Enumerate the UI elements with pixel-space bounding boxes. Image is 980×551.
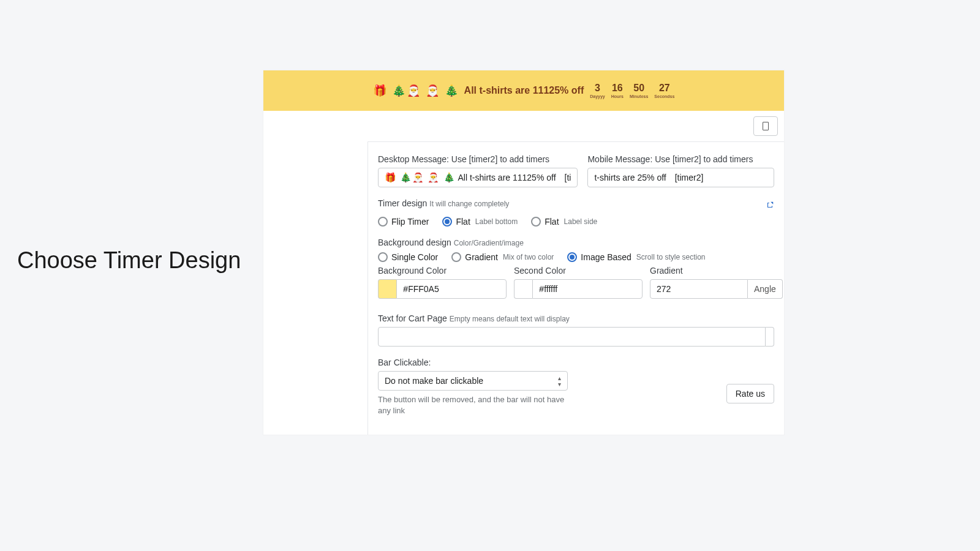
radio-flat-label-bottom[interactable]: Flat Label bottom: [442, 217, 518, 227]
desktop-emoji-icons: 🎁 🎄🎅 🎅 🎄: [385, 172, 456, 183]
app-window: 🎁 🎄🎅 🎅 🎄 All t-shirts are 11125% off 3 D…: [263, 70, 784, 435]
cart-text-label: Text for Cart Page Empty means default t…: [378, 313, 774, 323]
desktop-message-label: Desktop Message: Use [timer2] to add tim…: [378, 154, 578, 164]
preview-banner: 🎁 🎄🎅 🎅 🎄 All t-shirts are 11125% off 3 D…: [263, 70, 784, 111]
countdown-hours: 16 Hours: [611, 83, 624, 99]
mobile-preview-button[interactable]: [753, 116, 778, 136]
background-color-swatch[interactable]: [378, 279, 396, 299]
bar-clickable-select[interactable]: Do not make bar clickable: [378, 371, 568, 391]
background-design-label: Background design Color/Gradient/image: [378, 238, 774, 247]
radio-flat-label-side[interactable]: Flat Label side: [531, 217, 597, 227]
radio-single-color[interactable]: Single Color: [378, 252, 438, 262]
bar-clickable-help: The button will be removed, and the bar …: [378, 394, 568, 416]
cart-text-input[interactable]: [378, 327, 766, 347]
radio-flip-timer[interactable]: Flip Timer: [378, 217, 429, 227]
countdown-minutes: 50 Minutess: [630, 83, 648, 99]
mobile-message-label: Mobile Message: Use [timer2] to add time…: [587, 154, 774, 164]
radio-image-based[interactable]: Image Based Scroll to style section: [567, 252, 705, 262]
background-color-label: Background Color: [378, 266, 507, 276]
countdown-days: 3 Dayyyy: [590, 83, 605, 99]
external-link-icon[interactable]: [766, 201, 774, 209]
cart-text-addon[interactable]: [766, 327, 774, 347]
second-color-label: Second Color: [514, 266, 643, 276]
background-color-input[interactable]: #FFF0A5: [396, 279, 507, 299]
angle-unit-label: Angle: [748, 279, 783, 299]
bar-clickable-label: Bar Clickable:: [378, 358, 568, 367]
desktop-message-input[interactable]: 🎁 🎄🎅 🎅 🎄 All t-shirts are 11125% off [ti: [378, 168, 578, 187]
chevron-updown-icon: [558, 375, 561, 388]
gradient-angle-input[interactable]: 272: [650, 279, 748, 299]
preview-countdown: 3 Dayyyy 16 Hours 50 Minutess 27 Seconds…: [590, 83, 674, 99]
second-color-swatch[interactable]: [514, 279, 532, 299]
radio-gradient[interactable]: Gradient Mix of two color: [451, 252, 554, 262]
rate-us-button[interactable]: Rate us: [726, 384, 774, 403]
countdown-seconds: 27 Secondss: [654, 83, 674, 99]
preview-emoji-icons: 🎁 🎄🎅 🎅 🎄: [373, 84, 459, 97]
gradient-label: Gradient: [650, 266, 783, 276]
timer-design-label: Timer design It will change completely: [378, 198, 509, 208]
mobile-message-input[interactable]: t-shirts are 25% off [timer2]: [587, 168, 774, 187]
toolbar: [263, 111, 784, 141]
second-color-input[interactable]: #ffffff: [532, 279, 643, 299]
preview-message: All t-shirts are 11125% off: [464, 85, 584, 96]
settings-panel: Desktop Message: Use [timer2] to add tim…: [368, 141, 784, 435]
page-caption: Choose Timer Design: [17, 247, 241, 274]
